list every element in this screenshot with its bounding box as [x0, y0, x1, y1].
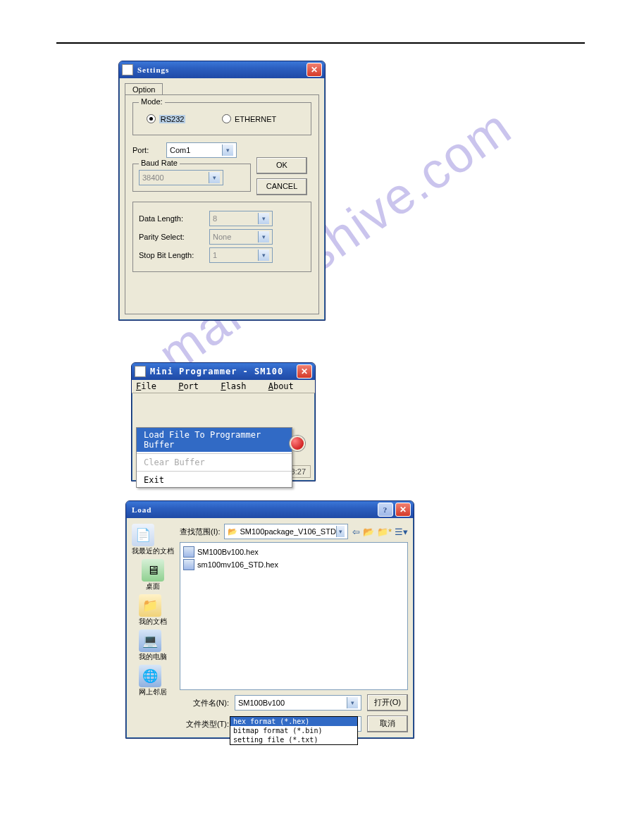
filename-input[interactable]: SM100Bv100 ▾	[235, 695, 361, 711]
status-led-icon	[290, 436, 305, 451]
datalen-select: 8 ▾	[209, 211, 273, 226]
filename-value: SM100Bv100	[238, 699, 285, 707]
serial-params-fieldset: Data Length: 8 ▾ Parity Select: None ▾ S…	[132, 202, 311, 272]
datalen-label: Data Length:	[139, 214, 209, 223]
nav-tools: ⇦ 📂 📁* ☰▾	[352, 527, 408, 537]
place-computer[interactable]: 💻我的电脑	[139, 629, 167, 662]
lookin-value: SM100package_V106_STD	[240, 527, 335, 536]
stopbit-value: 1	[213, 251, 217, 259]
filename-label: 文件名(N):	[180, 698, 229, 708]
tab-strip: Option	[119, 78, 325, 94]
places-sidebar: 📄我最近的文档 🖥桌面 📁我的文档 💻我的电脑 🌐网上邻居	[132, 524, 174, 732]
settings-titlebar: Settings ✕	[119, 61, 325, 78]
app-icon	[122, 64, 133, 75]
mini-titlebar: Mini Programmer - SM100 ✕	[132, 363, 315, 380]
baud-value: 38400	[142, 173, 164, 182]
load-title: Load	[132, 505, 151, 514]
mode-legend: Mode:	[139, 97, 165, 106]
viewmenu-icon[interactable]: ☰▾	[395, 527, 408, 537]
file-icon	[183, 559, 194, 570]
chevron-down-icon: ▾	[347, 697, 358, 708]
menu-port[interactable]: Port	[178, 381, 207, 391]
filetype-option[interactable]: hex format (*.hex)	[230, 717, 357, 726]
filetype-dropdown: hex format (*.hex) bitmap format (*.bin)…	[230, 716, 358, 745]
chevron-down-icon: ▾	[258, 213, 269, 224]
stopbit-select: 1 ▾	[209, 247, 273, 263]
help-icon[interactable]: ?	[378, 503, 393, 517]
load-dialog: Load ? ✕ 📄我最近的文档 🖥桌面 📁我的文档 💻我的电脑 🌐网上邻居 查…	[125, 500, 414, 739]
baud-select: 38400 ▾	[139, 170, 223, 185]
open-button[interactable]: 打开(O)	[367, 694, 408, 711]
radio-ethernet-label: ETHERNET	[235, 115, 276, 123]
mode-fieldset: Mode: RS232 ETHERNET	[132, 102, 311, 135]
radio-rs232[interactable]: RS232	[147, 114, 186, 123]
tab-option[interactable]: Option	[125, 83, 163, 95]
radio-ethernet[interactable]: ETHERNET	[222, 114, 276, 123]
file-item[interactable]: SM100Bv100.hex	[183, 546, 404, 558]
lookin-select[interactable]: 📂 SM100package_V106_STD ▾	[224, 524, 347, 539]
file-menu-dropdown: Load File To Programmer Buffer Clear Buf…	[136, 427, 292, 488]
datalen-value: 8	[213, 214, 217, 223]
settings-window: Settings ✕ Option Mode: RS232 ETHERNET P…	[118, 61, 326, 321]
close-icon[interactable]: ✕	[297, 364, 312, 379]
menu-flash[interactable]: Flash	[221, 381, 254, 391]
place-network[interactable]: 🌐网上邻居	[139, 665, 167, 697]
chevron-down-icon: ▾	[336, 526, 345, 537]
radio-rs232-label: RS232	[159, 115, 186, 123]
cancel-button[interactable]: CANCEL	[256, 178, 307, 195]
settings-title: Settings	[137, 66, 169, 74]
baud-fieldset: Baud Rate 38400 ▾	[132, 164, 251, 192]
filetype-option[interactable]: bitmap format (*.bin)	[230, 726, 357, 735]
port-value: Com1	[170, 146, 190, 154]
menu-clear-buffer: Clear Buffer	[137, 455, 292, 469]
close-icon[interactable]: ✕	[306, 63, 322, 77]
chevron-down-icon: ▾	[258, 250, 269, 261]
load-titlebar: Load ? ✕	[126, 501, 414, 518]
place-desktop[interactable]: 🖥桌面	[142, 559, 164, 591]
up-icon[interactable]: 📂	[363, 527, 374, 537]
chevron-down-icon: ▾	[209, 172, 220, 183]
place-mydocs[interactable]: 📁我的文档	[139, 594, 167, 627]
filetype-label: 文件类型(T):	[180, 719, 229, 730]
place-recent[interactable]: 📄我最近的文档	[132, 524, 174, 556]
menu-load-file[interactable]: Load File To Programmer Buffer	[137, 428, 292, 452]
parity-select: None ▾	[209, 229, 273, 245]
close-icon[interactable]: ✕	[395, 503, 411, 517]
ok-button[interactable]: OK	[256, 157, 307, 174]
page-rule	[56, 42, 585, 44]
port-label: Port:	[132, 146, 166, 154]
menu-file[interactable]: File	[136, 381, 165, 391]
filetype-option[interactable]: setting file (*.txt)	[230, 735, 357, 744]
file-item[interactable]: sm100mv106_STD.hex	[183, 558, 404, 571]
chevron-down-icon: ▾	[222, 145, 233, 156]
mini-programmer-window: Mini Programmer - SM100 ✕ File Port Flas…	[131, 362, 316, 481]
newfolder-icon[interactable]: 📁*	[377, 527, 392, 537]
file-icon	[183, 546, 194, 558]
menu-exit[interactable]: Exit	[137, 473, 292, 487]
menubar: File Port Flash About	[132, 380, 315, 393]
file-list[interactable]: SM100Bv100.hex sm100mv106_STD.hex	[180, 542, 408, 690]
mini-title: Mini Programmer - SM100	[150, 367, 283, 376]
back-icon[interactable]: ⇦	[352, 527, 360, 537]
stopbit-label: Stop Bit Length:	[139, 251, 209, 259]
parity-label: Parity Select:	[139, 233, 209, 241]
baud-legend: Baud Rate	[139, 159, 180, 167]
menu-about[interactable]: About	[268, 381, 302, 391]
app-icon	[135, 366, 146, 377]
chevron-down-icon: ▾	[258, 231, 269, 242]
port-select[interactable]: Com1 ▾	[166, 142, 237, 158]
cancel-button[interactable]: 取消	[367, 715, 408, 732]
lookin-label: 查找范围(I):	[180, 527, 220, 537]
parity-value: None	[213, 233, 231, 241]
